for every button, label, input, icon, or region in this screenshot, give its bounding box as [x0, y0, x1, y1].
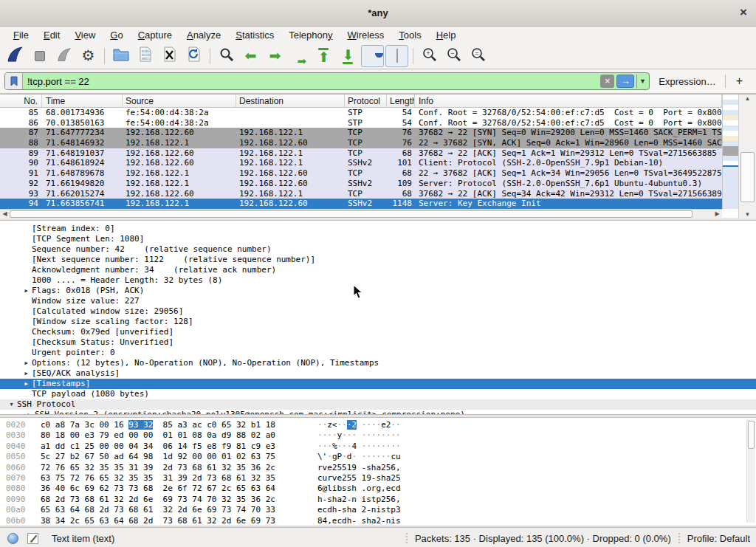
capture-comment-icon[interactable] — [27, 533, 38, 544]
menu-edit[interactable]: Edit — [36, 28, 67, 42]
column-header-source[interactable]: Source — [123, 94, 236, 107]
menu-statistics[interactable]: Statistics — [228, 28, 281, 42]
detail-line[interactable]: ▶SSH Version 2 (encryption:chacha20-poly… — [0, 410, 756, 414]
hex-bytes[interactable]: 36 40 6c 69 62 73 73 68 2e 6f 72 67 2c 6… — [41, 484, 284, 494]
collapsed-arrow-icon[interactable]: ▶ — [21, 368, 32, 379]
packet-row-92[interactable]: 9271.661949820192.168.122.1192.168.122.6… — [0, 179, 722, 189]
packet-row-86[interactable]: 8670.013850163fe:54:00:d4:38:2aSTP54Conf… — [0, 118, 722, 128]
hex-ascii[interactable]: curve255 19-sha25 — [317, 473, 401, 483]
zoom-out-button[interactable]: − — [442, 45, 465, 67]
start-capture-button[interactable] — [4, 45, 27, 67]
detail-line[interactable]: TCP payload (1080 bytes) — [0, 389, 756, 399]
packet-row-93[interactable]: 9371.662015274192.168.122.60192.168.122.… — [0, 189, 722, 199]
packet-row-91[interactable]: 9171.648789678192.168.122.1192.168.122.6… — [0, 168, 722, 179]
expert-info-icon[interactable] — [7, 533, 18, 544]
detail-line[interactable]: [Window size scaling factor: 128] — [0, 317, 756, 327]
collapsed-arrow-icon[interactable]: ▶ — [21, 286, 32, 296]
menu-telephony[interactable]: Telephony — [281, 28, 340, 42]
filter-clear-button[interactable]: × — [600, 75, 614, 88]
go-back-button[interactable]: ⬅ — [239, 45, 262, 67]
menu-capture[interactable]: Capture — [131, 28, 179, 42]
hex-vscrollbar[interactable] — [746, 419, 755, 523]
go-to-packet-button[interactable]: ➡ — [288, 45, 311, 67]
auto-scroll-button[interactable] — [361, 45, 384, 67]
column-header-destination[interactable]: Destination — [236, 94, 345, 107]
title-bar[interactable]: *any × — [0, 0, 756, 27]
hex-bytes[interactable]: 68 2d 73 68 61 32 2d 6e 69 73 74 70 32 3… — [41, 495, 284, 505]
column-header-info[interactable]: Info — [415, 94, 722, 107]
detail-line[interactable]: Urgent pointer: 0 — [0, 348, 756, 358]
filter-bookmark-button[interactable] — [5, 73, 23, 89]
display-filter-value[interactable]: !tcp.port == 22 — [23, 76, 600, 87]
hex-bytes[interactable]: 80 18 00 e3 79 ed 00 00 01 01 08 0a d9 8… — [41, 430, 284, 441]
hex-bytes[interactable]: 72 76 65 32 35 35 31 39 2d 73 68 61 32 3… — [41, 463, 284, 473]
hex-row-0030[interactable]: 003080 18 00 e3 79 ed 00 00 01 01 08 0a … — [6, 430, 756, 441]
detail-line[interactable]: Window size value: 227 — [0, 296, 756, 306]
hex-row-00a0[interactable]: 00a065 63 64 68 2d 73 68 61 32 2d 6e 69 … — [6, 505, 756, 515]
hex-ascii[interactable]: 6@libssh .org,ecd — [317, 484, 401, 493]
hex-scroll-thumb[interactable] — [748, 421, 755, 449]
hex-ascii[interactable]: \'·gP·d· ······cu — [317, 452, 401, 461]
hex-row-0040[interactable]: 0040a1 dd c1 25 00 00 04 34 06 14 f5 e8 … — [6, 441, 756, 452]
display-filter-input[interactable]: !tcp.port == 22 × → ▼ — [4, 72, 650, 90]
filter-history-dropdown[interactable]: ▼ — [636, 75, 647, 88]
detail-line[interactable]: Sequence number: 42 (relative sequence n… — [0, 244, 756, 255]
scroll-left-icon[interactable]: ◀ — [0, 210, 10, 219]
hex-bytes[interactable]: 65 63 64 68 2d 73 68 61 32 2d 6e 69 73 7… — [41, 505, 284, 515]
find-packet-button[interactable] — [215, 45, 238, 67]
close-window-button[interactable]: × — [740, 5, 747, 20]
column-header-no[interactable]: No. — [0, 94, 42, 107]
column-header-protocol[interactable]: Protocol — [345, 94, 387, 107]
open-file-button[interactable] — [109, 45, 132, 67]
expression-button[interactable]: Expression… — [650, 76, 724, 87]
close-file-button[interactable] — [158, 45, 181, 67]
menu-analyze[interactable]: Analyze — [179, 28, 228, 42]
go-first-button[interactable]: ⬆ — [312, 45, 335, 67]
restart-capture-button[interactable] — [52, 45, 75, 67]
go-last-button[interactable]: ⬇ — [337, 45, 360, 67]
packet-row-89[interactable]: 8971.648191037192.168.122.60192.168.122.… — [0, 148, 722, 159]
hex-row-00b0[interactable]: 00b038 34 2c 65 63 64 68 2d 73 68 61 32 … — [6, 516, 756, 526]
hex-row-0060[interactable]: 006072 76 65 32 35 35 31 39 2d 73 68 61 … — [6, 463, 756, 473]
column-header-time[interactable]: Time — [42, 94, 123, 107]
hex-bytes[interactable]: 5c 27 b2 67 50 ad 64 98 1d 92 00 00 01 0… — [41, 452, 284, 462]
detail-line[interactable]: 1000 .... = Header Length: 32 bytes (8) — [0, 275, 756, 286]
packet-list-hscrollbar[interactable]: ◀ ▶ — [0, 209, 722, 219]
hex-bytes[interactable]: 63 75 72 76 65 32 35 35 31 39 2d 73 68 6… — [41, 473, 284, 484]
detail-line[interactable]: [Checksum Status: Unverified] — [0, 337, 756, 348]
hex-ascii[interactable]: ecdh-sha 2-nistp3 — [317, 505, 401, 515]
hex-row-0050[interactable]: 00505c 27 b2 67 50 ad 64 98 1d 92 00 00 … — [6, 452, 756, 462]
hex-row-0080[interactable]: 008036 40 6c 69 62 73 73 68 2e 6f 72 67 … — [6, 484, 756, 494]
stop-capture-button[interactable] — [28, 45, 51, 67]
reload-file-button[interactable] — [182, 45, 205, 67]
menu-wireless[interactable]: Wireless — [340, 28, 392, 42]
hex-bytes[interactable]: c0 a8 7a 3c 00 16 93 32 85 a3 ac c0 65 3… — [41, 420, 284, 430]
menu-go[interactable]: Go — [103, 28, 130, 42]
detail-line[interactable]: Checksum: 0x79ed [unverified] — [0, 327, 756, 337]
packet-row-85[interactable]: 8568.001734936fe:54:00:d4:38:2aSTP54Conf… — [0, 108, 722, 118]
expanded-arrow-icon[interactable]: ▼ — [6, 399, 17, 410]
hex-bytes[interactable]: a1 dd c1 25 00 00 04 34 06 14 f5 e8 f9 8… — [41, 441, 284, 452]
scroll-right-icon[interactable]: ▶ — [712, 210, 722, 219]
detail-line[interactable]: [Next sequence number: 1122 (relative se… — [0, 255, 756, 265]
filter-apply-button[interactable]: → — [616, 75, 634, 88]
detail-line[interactable]: [Stream index: 0] — [0, 224, 756, 234]
collapsed-arrow-icon[interactable]: ▶ — [21, 379, 32, 389]
capture-options-button[interactable]: ⚙ — [77, 45, 100, 67]
hex-ascii[interactable]: ···%···4 ········ — [317, 441, 401, 451]
menu-tools[interactable]: Tools — [391, 28, 428, 42]
hex-ascii[interactable]: ··z<···2 ····e2·· — [317, 420, 401, 430]
detail-line[interactable]: ▶[Timestamps] — [0, 379, 756, 389]
detail-line[interactable]: [Calculated window size: 29056] — [0, 306, 756, 317]
hex-row-0020[interactable]: 0020c0 a8 7a 3c 00 16 93 32 85 a3 ac c0 … — [6, 420, 756, 430]
packet-list-minimap[interactable] — [722, 94, 738, 209]
hscroll-thumb[interactable] — [10, 210, 693, 218]
packet-list-vscrollbar[interactable]: ▲ ▼ — [738, 94, 756, 219]
collapsed-arrow-icon[interactable]: ▶ — [24, 410, 35, 414]
hex-bytes[interactable]: 38 34 2c 65 63 64 68 2d 73 68 61 32 2d 6… — [41, 516, 284, 526]
hex-row-0070[interactable]: 007063 75 72 76 65 32 35 35 31 39 2d 73 … — [6, 473, 756, 484]
column-header-length[interactable]: Length — [387, 94, 415, 107]
resize-columns-button[interactable] — [491, 45, 514, 67]
menu-file[interactable]: File — [6, 28, 36, 42]
detail-line[interactable]: ▼SSH Protocol — [0, 399, 756, 410]
